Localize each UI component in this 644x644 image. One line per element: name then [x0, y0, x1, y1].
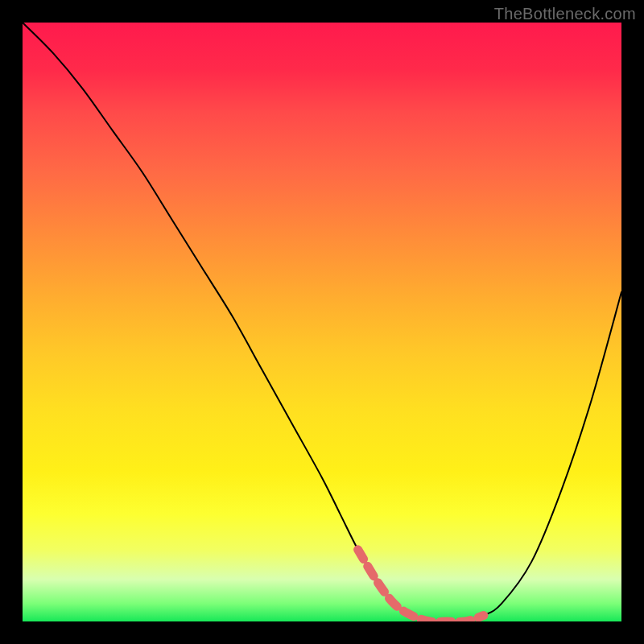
highlight-minimum — [358, 550, 484, 621]
chart-svg — [23, 23, 621, 621]
plot-area — [23, 23, 621, 621]
bottleneck-curve — [23, 23, 621, 621]
watermark-text: TheBottleneck.com — [494, 5, 636, 23]
chart-container: TheBottleneck.com — [0, 0, 644, 644]
